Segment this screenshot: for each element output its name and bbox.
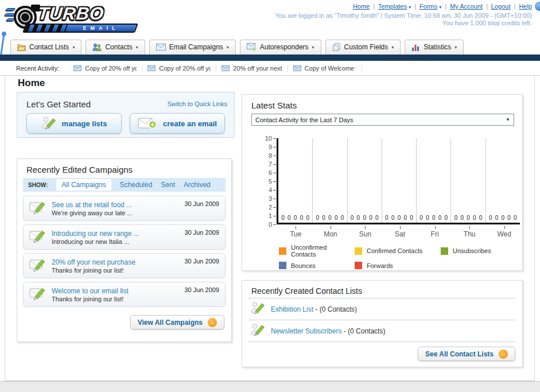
bar-value-label: 0: [351, 215, 354, 221]
y-tick-mark: [273, 164, 276, 165]
campaign-title-link[interactable]: See us at the retail food ...: [52, 201, 133, 209]
legend-item: Bounces: [279, 262, 349, 269]
bar-value-label: 0: [432, 215, 436, 221]
switch-to-quick-links-link[interactable]: Switch to Quick Links: [167, 100, 227, 107]
chart-day-group: 00000: [313, 138, 347, 223]
page-footer-strip: [0, 381, 540, 392]
bar-value-row: 00000: [313, 215, 347, 221]
campaign-title-link[interactable]: 20% off your next purchase: [52, 258, 135, 266]
contact-list-link[interactable]: Newsletter Subscribers: [271, 327, 341, 335]
bar-value-label: 0: [306, 215, 309, 221]
header-link-help[interactable]: Help: [519, 3, 532, 10]
manage-lists-button[interactable]: manage lists: [26, 113, 122, 134]
contacts-icon: [92, 43, 102, 51]
x-tick-mark: [365, 226, 366, 229]
recent-activity-item[interactable]: Copy of Welcome tc: [288, 65, 362, 72]
filter-sent[interactable]: Sent: [161, 181, 175, 189]
chart-day-group: 00000: [382, 138, 417, 223]
campaign-text: Introducing our new range ...Introducing…: [52, 230, 139, 245]
tab-email-campaigns[interactable]: Email Campaigns▾: [149, 40, 236, 55]
recent-activity-text: Copy of 20% off yc: [159, 65, 211, 72]
tab-contacts[interactable]: Contacts▾: [86, 40, 145, 55]
logo-wordmark: TURBO: [37, 3, 105, 24]
tab-label: Contact Lists: [29, 43, 69, 51]
bar-value-label: 0: [398, 215, 401, 221]
legend-swatch: [355, 262, 362, 269]
header-link-templates[interactable]: Templates▾: [378, 3, 411, 10]
tab-label: Custom Fields: [344, 43, 389, 51]
tab-statistics[interactable]: Statistics▾: [405, 40, 464, 55]
see-all-contact-lists-button[interactable]: See All Contact Lists →: [418, 347, 515, 361]
tab-autoresponders[interactable]: Autoresponders▾: [240, 40, 321, 55]
chart-day-group: 00000: [278, 138, 313, 223]
campaign-text: 20% off your next purchaseThanks for joi…: [52, 258, 135, 274]
y-tick-mark: [273, 199, 276, 199]
bar-value-label: 0: [410, 215, 413, 221]
chart-day-group: 00000: [486, 138, 520, 223]
bar-value-label: 0: [438, 215, 442, 221]
recent-activity-item[interactable]: 20% off your next: [216, 65, 288, 72]
y-tick-mark: [273, 156, 276, 156]
see-all-contact-lists-label: See All Contact Lists: [425, 350, 494, 358]
link-separator: |: [414, 3, 416, 10]
page-title: Home: [18, 77, 45, 89]
header-link-home[interactable]: Home: [353, 3, 370, 10]
tab-label: Contacts: [105, 43, 132, 51]
y-tick-mark: [273, 190, 276, 191]
bar-value-label: 0: [363, 215, 366, 221]
envelope-small-icon: [222, 65, 230, 71]
bar-value-row: 00000: [278, 215, 312, 221]
create-an-email-button[interactable]: create an email: [130, 113, 225, 134]
campaign-edit-icon: [29, 228, 46, 246]
bar-value-row: 00000: [348, 215, 382, 221]
credits-text: You have 1,000 total credits left.: [442, 20, 532, 26]
recent-activity-item[interactable]: Copy of 20% off yc: [142, 65, 216, 72]
x-tick-mark: [435, 226, 436, 229]
legend-label: Unconfirmed Contacts: [291, 244, 349, 258]
view-all-campaigns-button[interactable]: View All Campaigns →: [130, 315, 224, 329]
filter-scheduled[interactable]: Scheduled: [120, 181, 153, 189]
bar-value-label: 0: [328, 215, 332, 221]
y-tick-mark: [273, 147, 276, 148]
manage-lists-label: manage lists: [62, 119, 107, 128]
legend-swatch: [441, 247, 448, 255]
campaign-title-link[interactable]: Welcome to our email list: [52, 287, 129, 295]
contact-list-link[interactable]: Exhibition List: [271, 305, 313, 313]
contact-lists-panel-title: Recently Created Contact Lists: [251, 286, 362, 296]
recent-activity-item[interactable]: Copy of 20% off yc: [68, 65, 142, 72]
person-pencil-icon: [41, 116, 56, 131]
view-all-campaigns-label: View All Campaigns: [138, 319, 203, 327]
campaign-edit-icon: [29, 286, 46, 304]
chevron-down-icon: ▾: [136, 45, 138, 50]
filter-all-campaigns[interactable]: All Campaigns: [56, 179, 111, 191]
campaign-item: See us at the retail food ...We're givin…: [23, 196, 226, 221]
campaign-edit-icon: [29, 200, 46, 218]
custom-fields-icon: [332, 43, 341, 51]
y-tick-mark: [273, 181, 276, 182]
bar-value-label: 0: [403, 215, 407, 221]
help-bubble-icon[interactable]: [535, 2, 540, 11]
bar-value-label: 0: [316, 215, 320, 221]
bar-value-label: 0: [288, 215, 291, 221]
bar-value-label: 0: [514, 215, 517, 221]
tab-custom-fields[interactable]: Custom Fields▾: [325, 40, 401, 55]
header-link-my-account[interactable]: My Account: [450, 3, 483, 10]
filter-archived[interactable]: Archived: [184, 181, 211, 189]
logo-stripes: [24, 25, 68, 32]
contact-list-count: - (0 Contacts): [313, 305, 357, 313]
chart-legend: Unconfirmed ContactsConfirmed ContactsUn…: [279, 244, 491, 269]
legend-item: Confirmed Contacts: [355, 244, 435, 258]
contact-list-text: Newsletter Subscribers - (0 Contacts): [271, 327, 385, 335]
envelope-small-icon: [293, 65, 301, 71]
tab-contact-lists[interactable]: Contact Lists▾: [10, 40, 81, 55]
logo-email-word: EMAIL: [67, 25, 135, 31]
recent-activity-text: Copy of Welcome tc: [305, 65, 356, 72]
chevron-down-icon: ▾: [454, 45, 457, 50]
login-status-text: You are logged in as "Timothy Smith" | S…: [275, 12, 532, 19]
y-tick-mark: [273, 173, 276, 173]
legend-label: Forwards: [367, 262, 393, 269]
header-link-logout[interactable]: Logout: [491, 3, 511, 10]
header-link-forms[interactable]: Forms▾: [419, 3, 441, 10]
y-tick-label: 5: [259, 178, 272, 185]
campaign-title-link[interactable]: Introducing our new range ...: [52, 230, 139, 238]
